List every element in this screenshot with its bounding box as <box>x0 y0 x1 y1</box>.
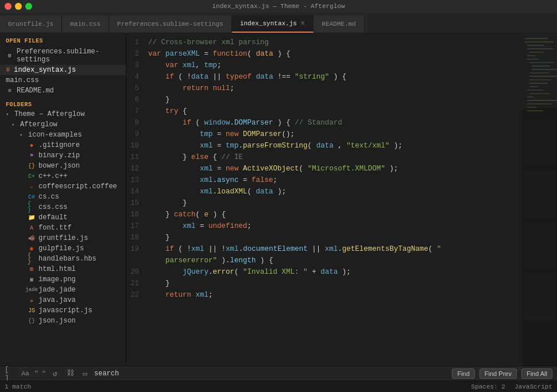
maximize-button[interactable] <box>25 3 32 10</box>
folder-name: default <box>38 214 67 222</box>
file-html[interactable]: ⊞ html.html <box>0 264 126 274</box>
file-jade[interactable]: jade jade.jade <box>0 285 126 295</box>
folder-afterglow[interactable]: ▾ Afterglow <box>0 119 126 130</box>
tab-indexsyntax[interactable]: index_syntax.js × <box>232 15 314 33</box>
js-icon: JS <box>28 306 36 315</box>
box-icon[interactable]: ▭ <box>79 368 91 379</box>
font-size-icon[interactable]: Aa <box>20 368 31 379</box>
main-area: OPEN FILES ⚙ Preferences.sublime-setting… <box>0 33 557 366</box>
tab-label: main.css <box>70 21 100 28</box>
find-controls: Find Find Prev Find All <box>452 368 552 379</box>
code-line-5: 5 return null; <box>126 83 523 94</box>
minimap-svg <box>523 33 557 355</box>
undo-icon[interactable]: ↺ <box>49 368 61 379</box>
code-line-14: 14 xml.loadXML( data ); <box>126 186 523 197</box>
folder-theme-afterglow[interactable]: ▾ Theme – Afterglow <box>0 109 126 119</box>
file-coffeescript[interactable]: ☕ coffeescript.coffee <box>0 181 126 192</box>
json-icon: {} <box>28 162 36 170</box>
search-input[interactable] <box>94 370 186 378</box>
file-binary-zip[interactable]: ⚑ binary.zip <box>0 150 126 161</box>
file-name: handlebars.hbs <box>38 255 96 263</box>
file-name: bower.json <box>38 162 80 170</box>
cpp-icon: C+ <box>28 172 36 180</box>
folder-name: Afterglow <box>20 121 57 129</box>
collapse-icon: ▾ <box>20 132 25 138</box>
sidebar-item-preferences[interactable]: ⚙ Preferences.sublime-settings <box>0 46 126 65</box>
link-icon[interactable]: ⛓ <box>64 368 76 379</box>
minimize-button[interactable] <box>15 3 22 10</box>
tab-maincss[interactable]: main.css <box>62 15 109 33</box>
file-gitignore[interactable]: ◆ .gitignore <box>0 140 126 150</box>
find-all-button[interactable]: Find All <box>521 368 552 379</box>
svg-rect-24 <box>524 171 556 217</box>
code-line-13: 13 xml.async = false; <box>126 174 523 186</box>
code-line-6: 6 } <box>126 94 523 106</box>
sidebar-item-readme[interactable]: ≡ README.md <box>0 86 126 96</box>
file-icon: ≡ <box>6 87 14 95</box>
folder-default[interactable]: 📁 default <box>0 212 126 223</box>
file-name: html.html <box>38 265 76 273</box>
file-json[interactable]: {} json.json <box>0 316 126 326</box>
file-image[interactable]: ▣ image.png <box>0 274 126 285</box>
find-button[interactable]: Find <box>452 368 474 379</box>
file-name: index_syntax.js <box>14 66 76 74</box>
file-name: image.png <box>38 275 76 284</box>
tab-readme[interactable]: README.md <box>314 15 364 33</box>
file-java[interactable]: ☕ java.java <box>0 295 126 305</box>
code-line-11: 11 } else { // IE <box>126 152 523 163</box>
file-name: gulpfile.js <box>38 244 84 253</box>
file-name: README.md <box>17 87 54 95</box>
file-name: css.css <box>38 203 67 211</box>
html-icon: ⊞ <box>28 265 36 273</box>
code-line-16: 16 } catch( e ) { <box>126 209 523 220</box>
tab-label: Preferences.sublime-settings <box>117 21 223 28</box>
brackets-icon[interactable]: [ ] <box>5 368 16 379</box>
folders-label: FOLDERS <box>0 98 126 109</box>
file-javascript[interactable]: JS javascript.js <box>0 305 126 316</box>
code-line-2: 2 var parseXML = function( data ) { <box>126 48 523 60</box>
title-bar: index_syntax.js — Theme - Afterglow <box>0 0 557 13</box>
git-icon: ◆ <box>28 141 36 149</box>
close-button[interactable] <box>5 3 11 10</box>
open-files-label: OPEN FILES <box>0 33 126 46</box>
css-icon: { } <box>28 203 36 211</box>
close-icon[interactable]: × <box>300 20 305 28</box>
file-gruntfile[interactable]: 🐗 gruntfile.js <box>0 233 126 243</box>
code-line-19b: parsererror" ).length ) { <box>126 255 523 266</box>
file-name: .gitignore <box>38 141 80 149</box>
find-bar[interactable]: [ ] Aa " " ↺ ⛓ ▭ Find Find Prev Find All <box>0 366 557 381</box>
hbs-icon: { } <box>28 255 36 263</box>
file-cpp[interactable]: C+ c++.c++ <box>0 171 126 181</box>
file-name: coffeescript.coffee <box>38 183 117 191</box>
code-scroll[interactable]: 1 // Cross-browser xml parsing 2 var par… <box>126 33 523 366</box>
folder-icon-examples[interactable]: ▾ icon-examples <box>0 130 126 140</box>
code-line-12: 12 xml = new ActiveXObject( "Microsoft.X… <box>126 163 523 174</box>
file-gulpfile[interactable]: ◉ gulpfile.js <box>0 243 126 254</box>
file-handlebars[interactable]: { } handlebars.hbs <box>0 254 126 264</box>
code-line-20: 20 jQuery.error( "Invalid XML: " + data … <box>126 266 523 278</box>
window-controls[interactable] <box>5 3 32 10</box>
svg-rect-25 <box>524 223 556 269</box>
tab-gruntfile[interactable]: Gruntfile.js <box>0 15 62 33</box>
sidebar-item-indexsyntax[interactable]: index_syntax.js <box>0 65 126 75</box>
tab-preferences[interactable]: Preferences.sublime-settings <box>109 15 232 33</box>
spaces-info: Spaces: 2 <box>471 383 505 390</box>
file-font[interactable]: A font.ttf <box>0 223 126 233</box>
file-bower-json[interactable]: {} bower.json <box>0 161 126 171</box>
quote-icon[interactable]: " " <box>34 368 46 379</box>
svg-rect-23 <box>524 119 556 165</box>
collapse-icon: ▾ <box>11 122 17 128</box>
minimap <box>523 33 557 366</box>
code-line-21: 21 } <box>126 278 523 289</box>
status-bar: 1 match Spaces: 2 JavaScript <box>0 381 557 392</box>
file-cs[interactable]: C# cs.cs <box>0 192 126 202</box>
status-right: Spaces: 2 JavaScript <box>471 383 552 390</box>
file-name: font.ttf <box>38 224 72 232</box>
code-line-18: 18 } <box>126 232 523 243</box>
file-css[interactable]: { } css.css <box>0 202 126 212</box>
code-editor[interactable]: 1 // Cross-browser xml parsing 2 var par… <box>126 33 523 366</box>
sidebar-item-maincss[interactable]: main.css <box>0 75 126 86</box>
file-name: gruntfile.js <box>38 234 88 242</box>
collapse-icon: ▾ <box>6 111 11 118</box>
find-prev-button[interactable]: Find Prev <box>479 368 517 379</box>
